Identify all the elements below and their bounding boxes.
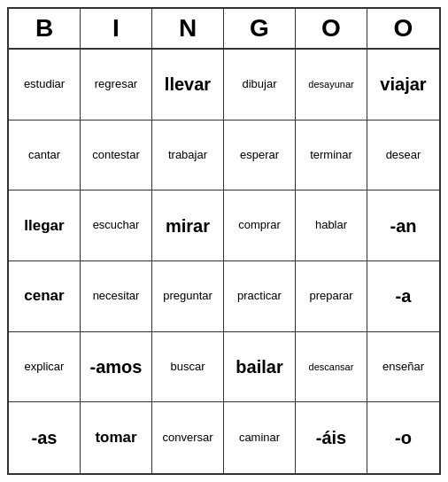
cell-r4-c2: buscar: [152, 332, 224, 403]
cell-text-r1-c3: esperar: [240, 148, 279, 163]
cell-r1-c4: terminar: [296, 120, 367, 191]
cell-r2-c3: comprar: [224, 190, 296, 261]
cell-text-r5-c5: -o: [395, 426, 412, 449]
cell-r1-c0: cantar: [9, 120, 81, 191]
cell-r4-c1: -amos: [81, 332, 152, 403]
cell-r0-c5: viajar: [367, 50, 439, 120]
cell-r1-c2: trabajar: [152, 120, 224, 191]
cell-r1-c1: contestar: [81, 120, 152, 191]
cell-text-r1-c0: cantar: [28, 148, 60, 163]
header-cell-o-4: O: [296, 9, 367, 48]
cell-text-r4-c3: bailar: [236, 355, 282, 378]
cell-r5-c5: -o: [367, 402, 439, 473]
cell-r3-c1: necesitar: [81, 261, 152, 332]
bingo-grid: estudiarregresarllevardibujardesayunarvi…: [7, 48, 441, 475]
cell-text-r4-c4: descansar: [309, 361, 354, 373]
bingo-header: BINGOO: [7, 7, 441, 48]
cell-r0-c3: dibujar: [224, 50, 296, 120]
cell-r2-c0: llegar: [9, 190, 81, 261]
cell-text-r4-c1: -amos: [90, 355, 143, 378]
cell-text-r4-c5: enseñar: [382, 360, 424, 375]
cell-text-r1-c1: contestar: [92, 148, 139, 163]
cell-text-r5-c3: caminar: [239, 431, 280, 446]
cell-text-r3-c2: preguntar: [163, 289, 212, 304]
cell-text-r0-c5: viajar: [380, 73, 426, 96]
cell-text-r4-c0: explicar: [25, 360, 65, 375]
cell-text-r0-c1: regresar: [95, 77, 137, 92]
header-cell-i-1: I: [81, 9, 152, 48]
cell-r3-c0: cenar: [9, 261, 81, 332]
cell-text-r0-c4: desayunar: [308, 78, 353, 90]
header-cell-g-3: G: [224, 9, 296, 48]
cell-r5-c2: conversar: [152, 402, 224, 473]
cell-text-r1-c5: desear: [386, 148, 421, 163]
cell-r5-c4: -áis: [296, 402, 367, 473]
cell-r3-c5: -a: [367, 261, 439, 332]
cell-text-r0-c2: llevar: [165, 73, 211, 96]
cell-r3-c2: preguntar: [152, 261, 224, 332]
cell-r0-c1: regresar: [81, 50, 152, 120]
cell-text-r3-c4: preparar: [309, 289, 352, 304]
cell-text-r5-c4: -áis: [316, 426, 346, 449]
cell-text-r2-c1: escuchar: [93, 218, 140, 233]
cell-text-r2-c2: mirar: [166, 214, 210, 237]
cell-r5-c3: caminar: [224, 402, 296, 473]
cell-text-r2-c0: llegar: [24, 216, 64, 236]
cell-text-r1-c2: trabajar: [168, 148, 207, 163]
cell-r0-c4: desayunar: [296, 50, 367, 120]
cell-r2-c4: hablar: [296, 190, 367, 261]
cell-text-r3-c3: practicar: [237, 289, 282, 304]
cell-r4-c4: descansar: [296, 332, 367, 403]
cell-r4-c0: explicar: [9, 332, 81, 403]
cell-r0-c0: estudiar: [9, 50, 81, 120]
header-cell-n-2: N: [152, 9, 224, 48]
cell-text-r5-c0: -as: [32, 426, 58, 449]
cell-r2-c2: mirar: [152, 190, 224, 261]
header-cell-o-5: O: [367, 9, 439, 48]
header-cell-b-0: B: [9, 9, 81, 48]
cell-r1-c3: esperar: [224, 120, 296, 191]
cell-text-r5-c1: tomar: [95, 428, 136, 447]
bingo-card: BINGOO estudiarregresarllevardibujardesa…: [7, 7, 441, 475]
cell-text-r5-c2: conversar: [162, 431, 212, 446]
cell-r3-c4: preparar: [296, 261, 367, 332]
cell-text-r2-c5: -an: [390, 214, 417, 237]
cell-r4-c3: bailar: [224, 332, 296, 403]
cell-text-r4-c2: buscar: [170, 360, 205, 375]
cell-r5-c0: -as: [9, 402, 81, 473]
cell-text-r0-c3: dibujar: [242, 77, 276, 92]
cell-text-r0-c0: estudiar: [24, 77, 65, 92]
cell-r3-c3: practicar: [224, 261, 296, 332]
cell-text-r3-c1: necesitar: [93, 289, 140, 304]
cell-r1-c5: desear: [367, 120, 439, 191]
cell-r4-c5: enseñar: [367, 332, 439, 403]
cell-r2-c1: escuchar: [81, 190, 152, 261]
cell-text-r2-c4: hablar: [315, 218, 347, 233]
cell-text-r2-c3: comprar: [238, 218, 281, 233]
cell-r5-c1: tomar: [81, 402, 152, 473]
cell-text-r3-c0: cenar: [24, 286, 64, 306]
cell-text-r3-c5: -a: [396, 284, 412, 307]
cell-r0-c2: llevar: [152, 50, 224, 120]
cell-r2-c5: -an: [367, 190, 439, 261]
cell-text-r1-c4: terminar: [310, 148, 352, 163]
